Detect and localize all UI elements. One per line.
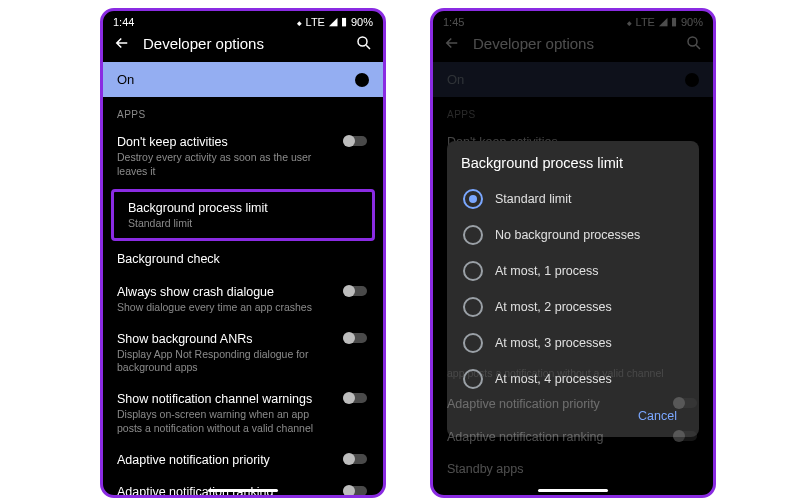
toggle-switch[interactable] [343,454,369,464]
radio-label: No background processes [495,228,640,242]
radio-icon [463,189,483,209]
item-title: Background check [117,251,369,267]
toggle-switch[interactable] [343,286,369,296]
master-toggle-row: On [433,62,713,97]
toggle-switch[interactable] [343,486,369,496]
toggle-switch[interactable] [343,333,369,343]
toggle-switch[interactable] [343,136,369,146]
page-title: Developer options [143,35,355,52]
item-standby-apps: Standby apps [433,453,713,485]
radio-label: At most, 2 processes [495,300,612,314]
status-bar: 1:45 ⬥ LTE ◢ ▮ 90% [433,11,713,28]
network-label: ⬥ LTE [296,16,325,28]
clock: 1:45 [443,16,464,28]
section-label-apps: APPS [103,103,383,126]
item-subtitle: Show dialogue every time an app crashes [117,301,335,315]
radio-icon [463,369,483,389]
screenshot-right: 1:45 ⬥ LTE ◢ ▮ 90% Developer options On … [430,8,716,498]
item-subtitle: Destroy every activity as soon as the us… [117,151,335,178]
radio-option-3[interactable]: At most, 3 processes [461,325,685,361]
radio-option-none[interactable]: No background processes [461,217,685,253]
battery-pct: 90% [681,16,703,28]
radio-label: At most, 1 process [495,264,599,278]
radio-icon [463,261,483,281]
radio-label: Standard limit [495,192,571,206]
item-title: Don't keep activities [117,134,335,150]
item-always-show-crash[interactable]: Always show crash dialogue Show dialogue… [103,276,383,323]
svg-point-0 [358,37,367,46]
item-notification-channel-warnings[interactable]: Show notification channel warnings Displ… [103,383,383,444]
radio-label: At most, 3 processes [495,336,612,350]
master-toggle-label: On [447,72,464,87]
screenshot-left: 1:44 ⬥ LTE ◢ ▮ 90% Developer options On … [100,8,386,498]
toggle-switch[interactable] [343,393,369,403]
network-label: ⬥ LTE [626,16,655,28]
search-icon [685,34,703,52]
gesture-bar [538,489,608,492]
item-show-background-anrs[interactable]: Show background ANRs Display App Not Res… [103,323,383,384]
dialog-title: Background process limit [461,155,685,171]
back-icon [443,34,461,52]
battery-icon: ▮ [671,15,677,28]
item-title: Always show crash dialogue [117,284,335,300]
radio-option-2[interactable]: At most, 2 processes [461,289,685,325]
battery-pct: 90% [351,16,373,28]
radio-label: At most, 4 processes [495,372,612,386]
item-title: Show background ANRs [117,331,335,347]
battery-icon: ▮ [341,15,347,28]
item-subtitle: Display App Not Responding dialogue for … [117,348,335,375]
item-subtitle: Displays on-screen warning when an app p… [117,408,335,435]
back-icon[interactable] [113,34,131,52]
gesture-bar [208,489,278,492]
status-bar: 1:44 ⬥ LTE ◢ ▮ 90% [103,11,383,28]
cancel-button[interactable]: Cancel [630,403,685,429]
item-background-check[interactable]: Background check [103,243,383,275]
item-title: Adaptive notification priority [117,452,335,468]
app-bar: Developer options [433,28,713,62]
radio-icon [463,225,483,245]
radio-icon [463,297,483,317]
item-title: Standby apps [447,461,699,477]
master-toggle-knob [685,73,699,87]
radio-option-standard[interactable]: Standard limit [461,181,685,217]
item-background-process-limit[interactable]: Background process limit Standard limit [114,192,372,239]
app-bar: Developer options [103,28,383,62]
radio-icon [463,333,483,353]
page-title: Developer options [473,35,685,52]
item-dont-keep-activities[interactable]: Don't keep activities Destroy every acti… [103,126,383,187]
item-adaptive-notification-priority[interactable]: Adaptive notification priority [103,444,383,476]
master-toggle-row[interactable]: On [103,62,383,97]
search-icon[interactable] [355,34,373,52]
item-subtitle: Standard limit [128,217,358,231]
clock: 1:44 [113,16,134,28]
signal-icon: ◢ [329,15,337,28]
svg-point-1 [688,37,697,46]
dialog-background-process-limit: Background process limit Standard limit … [447,141,699,437]
item-adaptive-notification-ranking[interactable]: Adaptive notification ranking [103,476,383,498]
master-toggle-label: On [117,72,134,87]
item-title: Show notification channel warnings [117,391,335,407]
item-title: Background process limit [128,200,358,216]
radio-option-4[interactable]: At most, 4 processes [461,361,685,397]
section-label-apps: APPS [433,103,713,126]
signal-icon: ◢ [659,15,667,28]
master-toggle-knob [355,73,369,87]
radio-option-1[interactable]: At most, 1 process [461,253,685,289]
